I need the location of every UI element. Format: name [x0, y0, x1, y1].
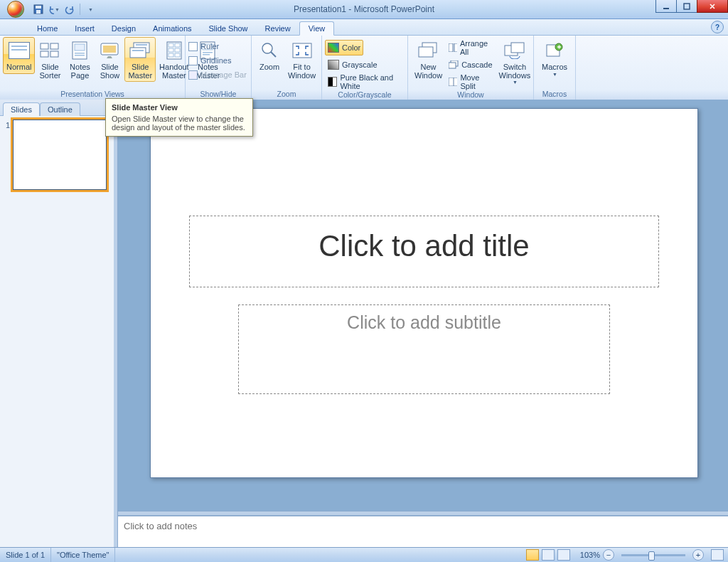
tab-design[interactable]: Design [103, 22, 144, 35]
zoom-out-button[interactable]: − [603, 549, 614, 561]
qat-customize-icon[interactable]: ▼ [85, 4, 96, 15]
quick-access-toolbar: ▼ ▼ [33, 4, 96, 15]
office-orb-icon [7, 1, 24, 18]
tab-view[interactable]: View [299, 21, 335, 36]
status-theme[interactable]: "Office Theme" [51, 548, 115, 562]
dropdown-arrow-icon: ▼ [55, 7, 60, 12]
macros-icon [543, 39, 566, 62]
group-label-color-grayscale: Color/Grayscale [325, 90, 405, 100]
tooltip-slide-master: Slide Master View Open Slide Master view… [105, 98, 253, 137]
tooltip-title: Slide Master View [112, 103, 247, 112]
workspace: Slides Outline 1 Click to add title Clic… [0, 100, 728, 548]
slide-show-shortcut[interactable] [557, 549, 570, 561]
help-button[interactable]: ? [711, 21, 724, 33]
slide-canvas[interactable]: Click to add title Click to add subtitle [150, 108, 698, 478]
message-bar-checkbox: Message Bar [188, 68, 247, 81]
outline-tab[interactable]: Outline [40, 102, 80, 116]
macros-label: Macros [542, 63, 567, 72]
notes-pane[interactable]: Click to add notes [118, 516, 728, 548]
switch-windows-label: Switch Windows [499, 63, 531, 80]
new-window-button[interactable]: New Window [411, 37, 446, 82]
arrange-all-button[interactable]: Arrange All [446, 40, 495, 55]
slide-master-button[interactable]: Slide Master [124, 37, 156, 82]
tab-animations[interactable]: Animations [144, 22, 200, 35]
svg-rect-16 [130, 48, 146, 58]
redo-icon[interactable] [64, 4, 75, 15]
slide-thumbnail[interactable] [13, 120, 107, 190]
tab-slide-show[interactable]: Slide Show [200, 22, 257, 35]
status-bar: Slide 1 of 1 "Office Theme" 103% − + [0, 547, 728, 562]
group-presentation-views: Normal Slide Sorter Notes Page Slide Sho… [0, 36, 186, 100]
title-placeholder-text: Click to add title [318, 229, 529, 263]
slide-show-label: Slide Show [100, 63, 120, 80]
zoom-button[interactable]: Zoom [255, 37, 284, 74]
notes-splitter[interactable] [118, 511, 728, 516]
thumbnails-area[interactable]: 1 [0, 115, 114, 548]
window-title: Presentation1 - Microsoft PowerPoint [0, 4, 728, 14]
pure-bw-button[interactable]: Pure Black and White [325, 74, 405, 90]
slides-outline-panel: Slides Outline 1 [0, 100, 114, 548]
slide-show-icon [98, 39, 121, 62]
group-label-zoom: Zoom [255, 89, 318, 100]
move-split-button[interactable]: Move Split [446, 74, 495, 90]
cascade-button[interactable]: Cascade [446, 57, 495, 73]
slide-number: 1 [3, 120, 10, 190]
notes-page-button[interactable]: Notes Page [65, 37, 95, 82]
color-swatch-icon [328, 43, 339, 53]
maximize-button[interactable] [676, 0, 697, 13]
arrange-all-label: Arrange All [460, 39, 493, 56]
slides-tab[interactable]: Slides [3, 102, 40, 116]
status-slide-indicator[interactable]: Slide 1 of 1 [0, 548, 51, 562]
qat-separator [80, 4, 80, 15]
subtitle-placeholder[interactable]: Click to add subtitle [238, 304, 610, 394]
zoom-in-button[interactable]: + [692, 549, 704, 561]
move-split-label: Move Split [460, 73, 492, 90]
slide-show-button[interactable]: Slide Show [95, 37, 124, 82]
zoom-slider-knob[interactable] [648, 551, 655, 561]
notes-page-icon [68, 39, 91, 62]
checkbox-icon [188, 42, 198, 51]
switch-windows-button[interactable]: Switch Windows▼ [496, 37, 535, 87]
dropdown-arrow-icon: ▼ [552, 72, 557, 77]
office-button[interactable] [3, 1, 28, 18]
tab-review[interactable]: Review [257, 22, 299, 35]
svg-rect-17 [136, 44, 147, 46]
grayscale-label: Grayscale [342, 60, 378, 69]
ruler-checkbox[interactable]: Ruler [188, 40, 219, 53]
svg-rect-3 [663, 8, 669, 9]
color-button[interactable]: Color [325, 40, 363, 55]
group-window: New Window Arrange All Cascade Move Spli… [408, 36, 534, 100]
normal-view-shortcut[interactable] [526, 549, 539, 561]
normal-view-button[interactable]: Normal [3, 37, 35, 74]
ribbon-tabs: Home Insert Design Animations Slide Show… [0, 19, 728, 36]
save-icon[interactable] [33, 4, 44, 15]
macros-button[interactable]: Macros▼ [537, 37, 572, 79]
slide-stage[interactable]: Click to add title Click to add subtitle [118, 100, 728, 511]
move-split-icon [449, 78, 457, 86]
new-window-label: New Window [414, 63, 442, 80]
svg-rect-5 [41, 43, 48, 49]
gridlines-checkbox[interactable]: Gridlines [188, 54, 231, 67]
fit-to-window-icon [291, 39, 314, 62]
zoom-slider[interactable] [621, 554, 685, 556]
pure-bw-label: Pure Black and White [340, 73, 402, 90]
undo-icon[interactable]: ▼ [48, 4, 60, 15]
notes-page-label: Notes Page [70, 63, 90, 80]
slide-sorter-shortcut[interactable] [542, 549, 555, 561]
svg-rect-10 [75, 44, 85, 51]
svg-rect-41 [511, 43, 524, 53]
message-bar-label: Message Bar [200, 70, 247, 79]
title-placeholder[interactable]: Click to add title [189, 216, 659, 287]
close-button[interactable] [697, 0, 728, 13]
grayscale-button[interactable]: Grayscale [325, 57, 380, 73]
tab-insert[interactable]: Insert [66, 22, 103, 35]
svg-rect-31 [293, 43, 311, 58]
tab-home[interactable]: Home [28, 22, 66, 35]
fit-to-window-button[interactable]: Fit to Window [284, 37, 319, 82]
notes-placeholder-text: Click to add notes [124, 521, 197, 531]
zoom-percent[interactable]: 103% [580, 551, 600, 559]
fit-to-window-shortcut[interactable] [711, 549, 724, 561]
fit-to-window-label: Fit to Window [288, 63, 316, 80]
slide-sorter-button[interactable]: Slide Sorter [35, 37, 65, 82]
minimize-button[interactable] [655, 0, 677, 13]
